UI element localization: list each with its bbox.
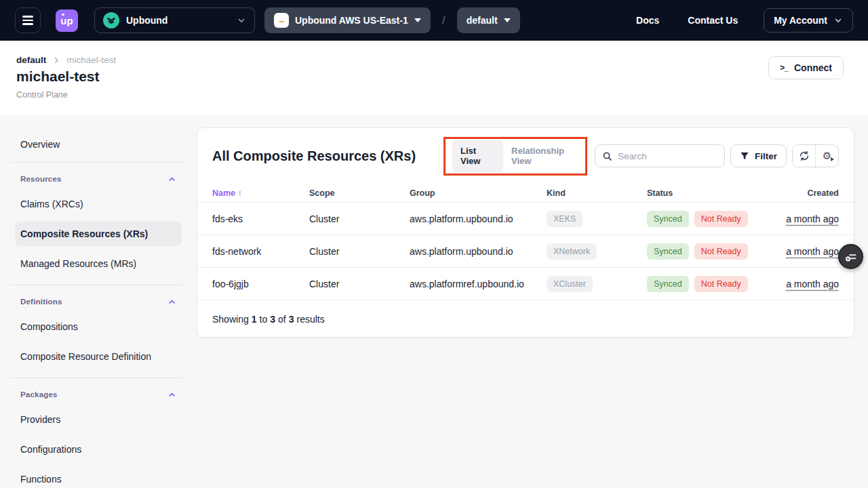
sidebar: Overview Resources Claims (XRCs) Composi…	[0, 115, 197, 488]
cell-group: aws.platformref.upbound.io	[410, 279, 547, 289]
sidebar-divider	[11, 162, 183, 163]
sidebar-section-resources[interactable]: Resources	[20, 174, 176, 184]
column-header-name[interactable]: Name ↑	[212, 188, 309, 198]
results-summary: Showing 1 to 3 of 3 results	[197, 300, 854, 338]
chevron-up-icon	[167, 298, 176, 306]
cell-created[interactable]: a month ago	[786, 246, 839, 257]
search-box	[595, 144, 725, 167]
connect-label: Connect	[794, 62, 832, 73]
column-header-created[interactable]: Created	[764, 188, 839, 198]
organization-dropdown[interactable]: Upbound	[94, 7, 255, 33]
docs-link[interactable]: Docs	[636, 15, 659, 26]
breadcrumb-current: michael-test	[66, 55, 116, 65]
tab-list-view[interactable]: List View	[452, 140, 503, 172]
table-row[interactable]: foo-6jgjb Cluster aws.platformref.upboun…	[197, 268, 854, 300]
sidebar-item-providers[interactable]: Providers	[15, 407, 182, 432]
top-nav: up Upbound Upbound AWS US-East-1 / defau…	[0, 0, 868, 41]
status-badge-synced: Synced	[647, 243, 689, 260]
feedback-widget-button[interactable]	[838, 244, 863, 269]
panel-title: All Composite Resources (XRs)	[212, 148, 416, 164]
cell-group: aws.platform.upbound.io	[410, 246, 547, 257]
kind-badge: XNetwork	[547, 243, 597, 260]
status-badge-synced: Synced	[647, 211, 689, 227]
composite-resources-panel: All Composite Resources (XRs) List View …	[197, 127, 854, 338]
cell-group: aws.platform.upbound.io	[410, 214, 547, 224]
status-badge-not-ready: Not Ready	[694, 243, 748, 260]
sidebar-item-overview[interactable]: Overview	[15, 132, 182, 157]
sidebar-divider	[11, 285, 183, 285]
feedback-icon	[844, 249, 859, 264]
my-account-dropdown[interactable]: My Account	[764, 8, 853, 33]
sidebar-item-composite-resources[interactable]: Composite Resources (XRs)	[15, 222, 182, 246]
caret-down-icon	[414, 18, 421, 22]
page-header: default michael-test michael-test Contro…	[0, 41, 868, 115]
connect-button[interactable]: >_ Connect	[768, 56, 844, 79]
sort-ascending-icon: ↑	[238, 188, 242, 198]
contact-us-link[interactable]: Contact Us	[688, 15, 738, 26]
upbound-logo[interactable]: up	[56, 9, 78, 32]
path-separator: /	[442, 14, 446, 28]
cell-name: foo-6jgjb	[212, 279, 309, 289]
control-plane-dropdown[interactable]: Upbound AWS US-East-1	[264, 7, 431, 33]
sidebar-item-configurations[interactable]: Configurations	[15, 437, 182, 462]
control-plane-icon	[274, 13, 289, 28]
group-label: default	[467, 15, 498, 26]
refresh-icon	[799, 150, 810, 161]
chevron-down-icon	[833, 16, 843, 25]
table-header: Name ↑ Scope Group Kind Status Created	[197, 184, 854, 203]
filter-icon	[740, 151, 749, 161]
annotation-highlight-box: List View Relationship View	[443, 137, 587, 176]
kind-badge: XEKS	[547, 211, 583, 227]
cell-name: fds-network	[212, 246, 309, 257]
status-badge-not-ready: Not Ready	[694, 211, 748, 227]
page-title: michael-test	[16, 68, 100, 85]
status-badge-synced: Synced	[647, 276, 689, 292]
cell-scope: Cluster	[309, 246, 410, 257]
table-actions: ⚙	[792, 144, 839, 167]
sidebar-item-composite-resource-definition[interactable]: Composite Resource Definition	[15, 344, 182, 369]
column-header-group[interactable]: Group	[410, 188, 547, 198]
gear-run-icon: ⚙	[823, 151, 831, 161]
hamburger-menu-icon	[22, 16, 33, 17]
cell-scope: Cluster	[309, 279, 410, 289]
tab-relationship-view[interactable]: Relationship View	[511, 146, 580, 166]
caret-down-icon	[504, 18, 511, 22]
organization-label: Upbound	[126, 15, 230, 26]
table-row[interactable]: fds-eks Cluster aws.platform.upbound.io …	[197, 203, 854, 235]
sidebar-item-compositions[interactable]: Compositions	[15, 314, 182, 339]
breadcrumb: default michael-test	[16, 55, 116, 65]
group-dropdown[interactable]: default	[457, 7, 520, 33]
kind-badge: XCluster	[547, 276, 593, 292]
cell-name: fds-eks	[212, 214, 309, 224]
terminal-icon: >_	[780, 63, 788, 73]
page-subtitle: Control Plane	[16, 90, 68, 100]
status-badge-not-ready: Not Ready	[694, 276, 748, 292]
cell-created[interactable]: a month ago	[786, 214, 839, 224]
chevron-up-icon	[167, 390, 176, 399]
sidebar-divider	[11, 378, 183, 378]
filter-button[interactable]: Filter	[730, 144, 787, 167]
sidebar-section-definitions[interactable]: Definitions	[20, 296, 176, 307]
filter-label: Filter	[755, 151, 777, 161]
control-plane-label: Upbound AWS US-East-1	[295, 15, 408, 26]
column-header-kind[interactable]: Kind	[547, 188, 647, 198]
my-account-label: My Account	[774, 15, 827, 26]
table-row[interactable]: fds-network Cluster aws.platform.upbound…	[197, 235, 854, 268]
breadcrumb-group[interactable]: default	[16, 55, 46, 65]
column-header-status[interactable]: Status	[647, 188, 764, 198]
org-avatar-icon	[103, 12, 119, 28]
cell-created[interactable]: a month ago	[786, 279, 839, 289]
sidebar-item-functions[interactable]: Functions	[15, 467, 182, 488]
sidebar-section-packages[interactable]: Packages	[20, 389, 176, 400]
sidebar-item-claims[interactable]: Claims (XRCs)	[15, 192, 182, 216]
chevron-up-icon	[167, 175, 176, 184]
panel-header: All Composite Resources (XRs) List View …	[197, 128, 854, 184]
search-icon	[602, 151, 612, 161]
search-input[interactable]	[618, 151, 706, 161]
column-header-scope[interactable]: Scope	[309, 188, 410, 198]
breadcrumb-chevron-icon	[52, 56, 60, 64]
hamburger-menu-button[interactable]	[15, 7, 41, 33]
refresh-button[interactable]	[793, 145, 815, 167]
sidebar-item-managed-resources[interactable]: Managed Resources (MRs)	[15, 251, 182, 276]
auto-refresh-settings-button[interactable]: ⚙	[816, 145, 838, 167]
